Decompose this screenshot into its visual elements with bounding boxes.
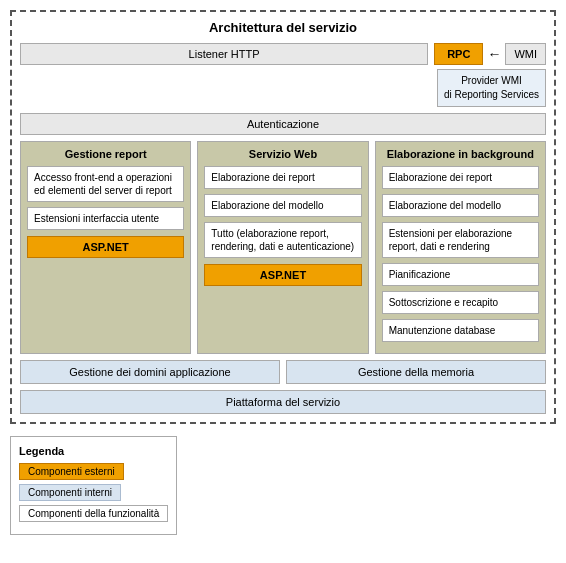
listener-box: Listener HTTP [20, 43, 428, 65]
bottom-gestione-memoria: Gestione della memoria [286, 360, 546, 384]
col2-item-0: Elaborazione dei report [204, 166, 361, 189]
auth-row: Autenticazione [20, 113, 546, 135]
bottom-gestione-domini: Gestione dei domini applicazione [20, 360, 280, 384]
wmi-box: WMI [505, 43, 546, 65]
wmi-provider-text: Provider WMIdi Reporting Services [444, 75, 539, 100]
col3-item-4: Sottoscrizione e recapito [382, 291, 539, 314]
top-left: Listener HTTP [20, 43, 428, 65]
col3-item-1: Elaborazione del modello [382, 194, 539, 217]
rpc-wmi-row: RPC ← WMI [434, 43, 546, 65]
col3-item-5: Manutenzione database [382, 319, 539, 342]
col2-title: Servizio Web [204, 148, 361, 160]
col1-asp: ASP.NET [27, 236, 184, 258]
wmi-provider-box: Provider WMIdi Reporting Services [437, 69, 546, 107]
col2-item-1: Elaborazione del modello [204, 194, 361, 217]
bottom-piattaforma: Piattaforma del servizio [20, 390, 546, 414]
col1-item-1: Estensioni interfaccia utente [27, 207, 184, 230]
rpc-box: RPC [434, 43, 483, 65]
legend-title: Legenda [19, 445, 168, 457]
col2-asp: ASP.NET [204, 264, 361, 286]
bottom-row1: Gestione dei domini applicazione Gestion… [20, 360, 546, 384]
legend-box-white: Componenti della funzionalità [19, 505, 168, 522]
col1-title: Gestione report [27, 148, 184, 160]
top-right: RPC ← WMI Provider WMIdi Reporting Servi… [434, 43, 546, 107]
col1-item-0: Accesso front-end a operazioni ed elemen… [27, 166, 184, 202]
top-area: Listener HTTP RPC ← WMI Provider WMIdi R… [20, 43, 546, 107]
column-gestione-report: Gestione report Accesso front-end a oper… [20, 141, 191, 354]
legend-item-2: Componenti della funzionalità [19, 505, 168, 522]
legend-box-blue: Componenti interni [19, 484, 121, 501]
col3-item-3: Pianificazione [382, 263, 539, 286]
column-elaborazione-background: Elaborazione in background Elaborazione … [375, 141, 546, 354]
legend-item-0: Componenti esterni [19, 463, 168, 480]
legend-item-1: Componenti interni [19, 484, 168, 501]
legend-box-orange: Componenti esterni [19, 463, 124, 480]
diagram-title: Architettura del servizio [20, 20, 546, 35]
auth-box: Autenticazione [20, 113, 546, 135]
diagram-container: Architettura del servizio Listener HTTP … [10, 10, 556, 424]
col2-item-2: Tutto (elaborazione report, rendering, d… [204, 222, 361, 258]
col3-item-2: Estensioni per elaborazione report, dati… [382, 222, 539, 258]
column-servizio-web: Servizio Web Elaborazione dei report Ela… [197, 141, 368, 354]
arrow-icon: ← [487, 46, 501, 62]
col3-title: Elaborazione in background [382, 148, 539, 160]
columns-row: Gestione report Accesso front-end a oper… [20, 141, 546, 354]
col3-item-0: Elaborazione dei report [382, 166, 539, 189]
legend: Legenda Componenti esterni Componenti in… [10, 436, 177, 535]
